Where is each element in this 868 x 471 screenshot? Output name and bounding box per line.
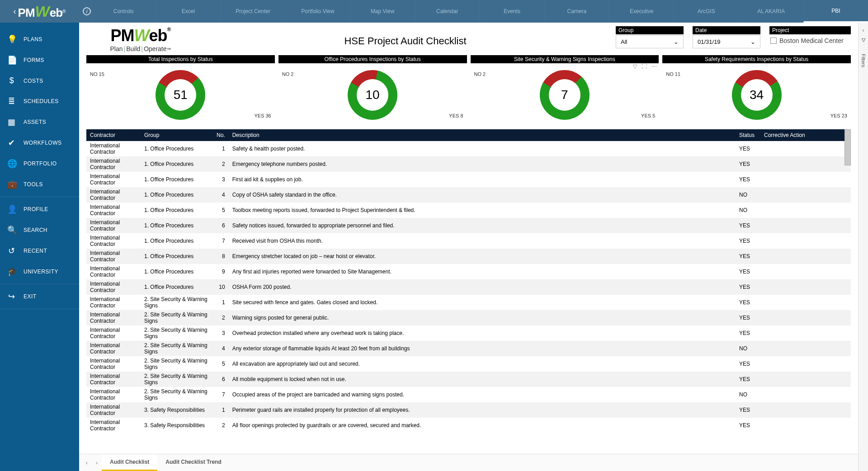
- filter-group: Group All ⌄: [616, 26, 684, 48]
- nav-icon: 💼: [7, 179, 16, 189]
- sidebar-item-exit[interactable]: ↪ EXIT: [0, 286, 79, 307]
- table-row[interactable]: International Contractor3. Safety Respon…: [86, 418, 851, 433]
- chart-body[interactable]: NO 1134YES 23: [662, 63, 851, 127]
- top-tab-events[interactable]: Events: [480, 0, 544, 23]
- col-header[interactable]: Contractor: [86, 129, 141, 141]
- table-row[interactable]: International Contractor2. Site Security…: [86, 356, 851, 372]
- sidebar-item-recent[interactable]: ↺RECENT: [0, 240, 79, 261]
- info-icon[interactable]: i: [83, 7, 91, 15]
- table-row[interactable]: International Contractor1. Office Proced…: [86, 218, 851, 233]
- donut-chart: 10: [348, 70, 397, 120]
- table-row[interactable]: International Contractor1. Office Proced…: [86, 141, 851, 156]
- yes-label: YES 5: [641, 113, 655, 118]
- no-label: NO 11: [666, 71, 680, 77]
- bottom-tab-audit-checklist-trend[interactable]: Audit Checklist Trend: [157, 454, 229, 471]
- table-row[interactable]: International Contractor1. Office Proced…: [86, 187, 851, 203]
- group-filter-label: Group: [616, 26, 684, 34]
- bottom-tab-audit-checklist[interactable]: Audit Checklist: [102, 454, 157, 471]
- table-row[interactable]: International Contractor1. Office Proced…: [86, 279, 851, 295]
- top-tab-al-akaria[interactable]: AL AKARIA: [739, 0, 803, 23]
- donut-chart: 34: [732, 70, 782, 120]
- top-tab-camera[interactable]: Camera: [544, 0, 609, 23]
- top-tab-controls[interactable]: Controls: [91, 0, 156, 23]
- more-icon[interactable]: ⋯: [651, 63, 657, 70]
- no-label: NO 2: [282, 71, 294, 77]
- nav-icon: ≣: [7, 96, 16, 106]
- checkbox-icon[interactable]: [770, 38, 777, 44]
- col-header[interactable]: Description: [229, 129, 736, 141]
- table-row[interactable]: International Contractor1. Office Proced…: [86, 156, 851, 172]
- topbar: ‹ PMWeb ® i ControlsExcelProject CenterP…: [0, 0, 868, 23]
- focus-icon[interactable]: ⛶: [642, 63, 647, 70]
- chart-body[interactable]: ▽⛶⋯NO 27YES 5: [471, 63, 659, 127]
- top-tab-portfolio-view[interactable]: Portfolio View: [285, 0, 350, 23]
- main-report: PMWeb® Plan|Build|Operate™ HSE Project A…: [79, 23, 858, 471]
- table-row[interactable]: International Contractor1. Office Proced…: [86, 172, 851, 187]
- table-row[interactable]: International Contractor1. Office Proced…: [86, 264, 851, 279]
- sidebar-item-label: SEARCH: [24, 227, 47, 233]
- tab-nav-next[interactable]: ›: [92, 459, 102, 466]
- sidebar-item-label: PORTFOLIO: [24, 160, 57, 167]
- chart-title: Site Security & Warning Signs Inspection…: [471, 55, 659, 63]
- chart-0: Total Inspections by StatusNO 1551YES 36: [86, 55, 275, 127]
- table-wrap[interactable]: ContractorGroupNo.DescriptionStatusCorre…: [86, 129, 851, 454]
- col-header[interactable]: No.: [213, 129, 229, 141]
- sidebar-item-label: PLANS: [24, 36, 42, 42]
- chart-1: Office Procedures Inspections by StatusN…: [278, 55, 467, 127]
- table-row[interactable]: International Contractor1. Office Proced…: [86, 203, 851, 218]
- date-dropdown[interactable]: 01/31/19 ⌄: [693, 35, 760, 48]
- sidebar-item-search[interactable]: 🔍SEARCH: [0, 220, 79, 240]
- logo-area: ‹ PMWeb ®: [0, 3, 79, 20]
- table-row[interactable]: International Contractor3. Safety Respon…: [86, 402, 851, 418]
- col-header[interactable]: Group: [141, 129, 213, 141]
- table-row[interactable]: International Contractor2. Site Security…: [86, 372, 851, 387]
- yes-label: YES 8: [449, 113, 463, 118]
- donut-total: 51: [165, 79, 196, 111]
- table-row[interactable]: International Contractor2. Site Security…: [86, 387, 851, 402]
- back-icon[interactable]: ‹: [14, 7, 16, 16]
- sidebar-item-portfolio[interactable]: 🌐PORTFOLIO: [0, 153, 79, 174]
- chart-title: Safety Requirements Inspections by Statu…: [662, 55, 851, 63]
- top-tab-map-view[interactable]: Map View: [350, 0, 415, 23]
- scrollbar-thumb[interactable]: [844, 129, 851, 165]
- chart-title: Office Procedures Inspections by Status: [278, 55, 467, 63]
- filters-rail[interactable]: ‹ ▽ Filters: [858, 23, 868, 471]
- table-row[interactable]: International Contractor1. Office Proced…: [86, 249, 851, 264]
- table-row[interactable]: International Contractor2. Site Security…: [86, 325, 851, 341]
- sidebar-item-forms[interactable]: 📄FORMS: [0, 50, 79, 71]
- sidebar-item-workflows[interactable]: ✔WORKFLOWS: [0, 132, 79, 153]
- chart-body[interactable]: NO 1551YES 36: [86, 63, 275, 127]
- top-tab-pbi[interactable]: PBI: [803, 0, 868, 23]
- chevron-left-icon[interactable]: ‹: [863, 27, 864, 33]
- sidebar-item-tools[interactable]: 💼TOOLS: [0, 174, 79, 195]
- table-row[interactable]: International Contractor2. Site Security…: [86, 295, 851, 310]
- sidebar-item-profile[interactable]: 👤PROFILE: [0, 199, 79, 220]
- sidebar-item-plans[interactable]: 💡PLANS: [0, 29, 79, 50]
- col-header[interactable]: Status: [736, 129, 760, 141]
- project-checkbox-row[interactable]: Boston Medical Center: [769, 35, 851, 46]
- top-tab-project-center[interactable]: Project Center: [221, 0, 285, 23]
- group-dropdown[interactable]: All ⌄: [616, 35, 684, 48]
- sidebar-item-label: WORKFLOWS: [24, 140, 62, 146]
- top-tab-arcgis[interactable]: ArcGIS: [674, 0, 738, 23]
- sidebar-item-costs[interactable]: $COSTS: [0, 71, 79, 91]
- sidebar-item-university[interactable]: 🎓UNIVERSITY: [0, 261, 79, 282]
- col-header[interactable]: Corrective Action: [760, 129, 851, 141]
- top-tab-excel[interactable]: Excel: [156, 0, 220, 23]
- filter-icon[interactable]: ▽: [633, 63, 637, 70]
- sidebar-item-schedules[interactable]: ≣SCHEDULES: [0, 91, 79, 112]
- sidebar-item-assets[interactable]: ▦ASSETS: [0, 112, 79, 132]
- table-row[interactable]: International Contractor1. Office Proced…: [86, 233, 851, 249]
- chart-3: Safety Requirements Inspections by Statu…: [662, 55, 851, 127]
- table-row[interactable]: International Contractor2. Site Security…: [86, 310, 851, 325]
- top-tab-executive[interactable]: Executive: [609, 0, 674, 23]
- sidebar-item-label: UNIVERSITY: [24, 268, 58, 275]
- filter-project: Project Boston Medical Center: [769, 26, 851, 46]
- nav-icon: 💡: [7, 34, 16, 44]
- top-tab-calendar[interactable]: Calendar: [415, 0, 479, 23]
- tab-nav-prev[interactable]: ‹: [82, 459, 92, 466]
- date-filter-label: Date: [693, 26, 760, 34]
- nav-icon: ▦: [7, 117, 16, 127]
- chart-body[interactable]: NO 210YES 8: [278, 63, 467, 127]
- table-row[interactable]: International Contractor2. Site Security…: [86, 341, 851, 356]
